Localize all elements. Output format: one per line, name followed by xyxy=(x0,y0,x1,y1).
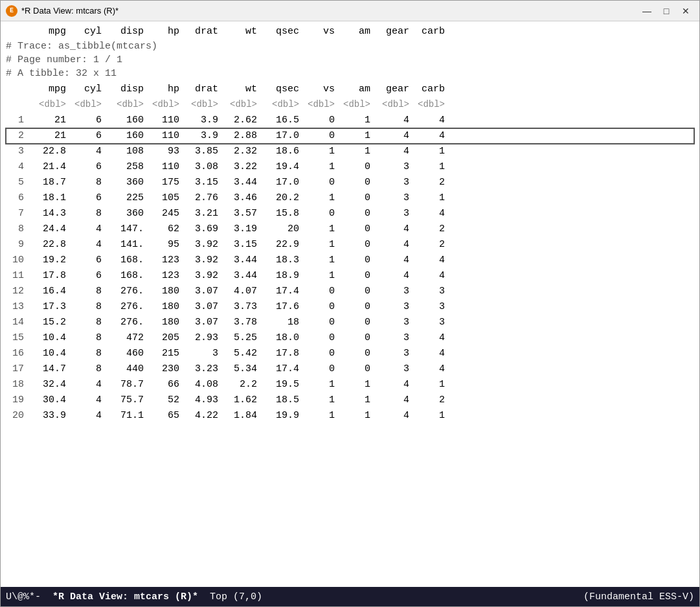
cell-carb: 4 xyxy=(412,361,447,377)
cell-drat: 3.23 xyxy=(182,361,221,377)
cell-mpg: 19.2 xyxy=(27,253,69,268)
cell-wt: 1.62 xyxy=(221,393,260,408)
table-row: 714.383602453.213.5715.80034 xyxy=(6,206,694,222)
cell-drat: 2.76 xyxy=(182,190,221,206)
cell-cyl: 8 xyxy=(69,330,104,346)
table-row: 1415.28276.1803.073.78180033 xyxy=(6,315,694,330)
col-label-am: am xyxy=(337,82,373,97)
cell-mpg: 17.3 xyxy=(27,299,69,315)
cell-mpg: 21.4 xyxy=(27,159,69,175)
table-row: 322.84108933.852.3218.61141 xyxy=(6,144,694,159)
cell-wt: 3.44 xyxy=(221,268,260,284)
cell-carb: 4 xyxy=(412,253,447,268)
cell-cyl: 4 xyxy=(69,237,104,253)
cell-am: 0 xyxy=(337,299,373,315)
cell-disp: 440 xyxy=(104,361,146,377)
title-bar: E *R Data View: mtcars (R)* — □ ✕ xyxy=(1,1,699,21)
cell-am: 1 xyxy=(337,377,373,393)
cell-vs: 0 xyxy=(302,206,337,222)
table-row: 22161601103.92.8817.00144 xyxy=(6,128,694,144)
top-column-headers: mpg cyl disp hp drat wt qsec vs am gear … xyxy=(6,24,694,40)
cell-cyl: 4 xyxy=(69,377,104,393)
cell-qsec: 20.2 xyxy=(260,190,302,206)
minimize-button[interactable]: — xyxy=(638,4,655,18)
table-row: 1832.4478.7664.082.219.51141 xyxy=(6,377,694,393)
table-row: 518.783601753.153.4417.00032 xyxy=(6,175,694,190)
col-header-vs: vs xyxy=(302,24,337,40)
col-header-qsec: qsec xyxy=(260,24,302,40)
cell-gear: 3 xyxy=(373,190,412,206)
col-label-disp: disp xyxy=(104,82,146,97)
col-label-wt: wt xyxy=(221,82,260,97)
cell-disp: 141. xyxy=(104,237,146,253)
cell-drat: 3.69 xyxy=(182,222,221,237)
cell-qsec: 18.0 xyxy=(260,330,302,346)
cell-am: 0 xyxy=(337,159,373,175)
cell-drat: 3.92 xyxy=(182,237,221,253)
cell-mpg: 21 xyxy=(27,113,69,128)
window-title: *R Data View: mtcars (R)* xyxy=(21,6,119,16)
cell-vs: 1 xyxy=(302,144,337,159)
cell-disp: 360 xyxy=(104,206,146,222)
col-header-am: am xyxy=(337,24,373,40)
cell-mpg: 14.3 xyxy=(27,206,69,222)
close-button[interactable]: ✕ xyxy=(677,4,694,18)
content-area: mpg cyl disp hp drat wt qsec vs am gear … xyxy=(1,21,699,587)
cell-gear: 4 xyxy=(373,408,412,424)
cell-am: 1 xyxy=(337,113,373,128)
cell-drat: 3.15 xyxy=(182,175,221,190)
table-row: 1317.38276.1803.073.7317.60033 xyxy=(6,299,694,315)
cell-carb: 1 xyxy=(412,190,447,206)
cell-qsec: 18.6 xyxy=(260,144,302,159)
cell-hp: 110 xyxy=(146,159,182,175)
cell-carb: 2 xyxy=(412,393,447,408)
table-row: 1216.48276.1803.074.0717.40033 xyxy=(6,284,694,299)
cell-disp: 108 xyxy=(104,144,146,159)
table-row: 2033.9471.1654.221.8419.91141 xyxy=(6,408,694,424)
table-row: 12161601103.92.6216.50144 xyxy=(6,113,694,128)
table-row: 618.162251052.763.4620.21031 xyxy=(6,190,694,206)
cell-mpg: 32.4 xyxy=(27,377,69,393)
cell-wt: 5.34 xyxy=(221,361,260,377)
cell-wt: 3.57 xyxy=(221,206,260,222)
cell-disp: 360 xyxy=(104,175,146,190)
cell-gear: 3 xyxy=(373,361,412,377)
cell-vs: 1 xyxy=(302,393,337,408)
col-header-disp: disp xyxy=(104,24,146,40)
cell-hp: 180 xyxy=(146,284,182,299)
cell-disp: 147. xyxy=(104,222,146,237)
cell-hp: 205 xyxy=(146,330,182,346)
cell-wt: 5.42 xyxy=(221,346,260,361)
table-row: 1019.26168.1233.923.4418.31044 xyxy=(6,253,694,268)
cell-qsec: 19.9 xyxy=(260,408,302,424)
maximize-button[interactable]: □ xyxy=(658,4,675,18)
col-label-gear: gear xyxy=(373,82,412,97)
cell-qsec: 18.9 xyxy=(260,268,302,284)
cell-mpg: 18.1 xyxy=(27,190,69,206)
cell-drat: 3.07 xyxy=(182,299,221,315)
table-row: 1510.484722052.935.2518.00034 xyxy=(6,330,694,346)
cell-qsec: 17.0 xyxy=(260,175,302,190)
main-window: E *R Data View: mtcars (R)* — □ ✕ mpg cy… xyxy=(0,0,700,607)
cell-hp: 62 xyxy=(146,222,182,237)
status-bar: U\@%*- *R Data View: mtcars (R)* Top (7,… xyxy=(1,587,699,606)
column-headers: mpg cyl disp hp drat wt qsec vs am gear … xyxy=(6,82,694,97)
cell-carb: 1 xyxy=(412,159,447,175)
col-label-vs: vs xyxy=(302,82,337,97)
cell-vs: 1 xyxy=(302,377,337,393)
cell-vs: 0 xyxy=(302,315,337,330)
cell-am: 0 xyxy=(337,330,373,346)
cell-wt: 2.32 xyxy=(221,144,260,159)
cell-disp: 71.1 xyxy=(104,408,146,424)
cell-cyl: 4 xyxy=(69,393,104,408)
cell-mpg: 10.4 xyxy=(27,346,69,361)
cell-vs: 0 xyxy=(302,299,337,315)
cell-gear: 3 xyxy=(373,346,412,361)
cell-mpg: 16.4 xyxy=(27,284,69,299)
cell-carb: 2 xyxy=(412,237,447,253)
cell-gear: 3 xyxy=(373,330,412,346)
cell-qsec: 19.5 xyxy=(260,377,302,393)
col-label-qsec: qsec xyxy=(260,82,302,97)
cell-gear: 3 xyxy=(373,175,412,190)
col-header-mpg: mpg xyxy=(27,24,69,40)
